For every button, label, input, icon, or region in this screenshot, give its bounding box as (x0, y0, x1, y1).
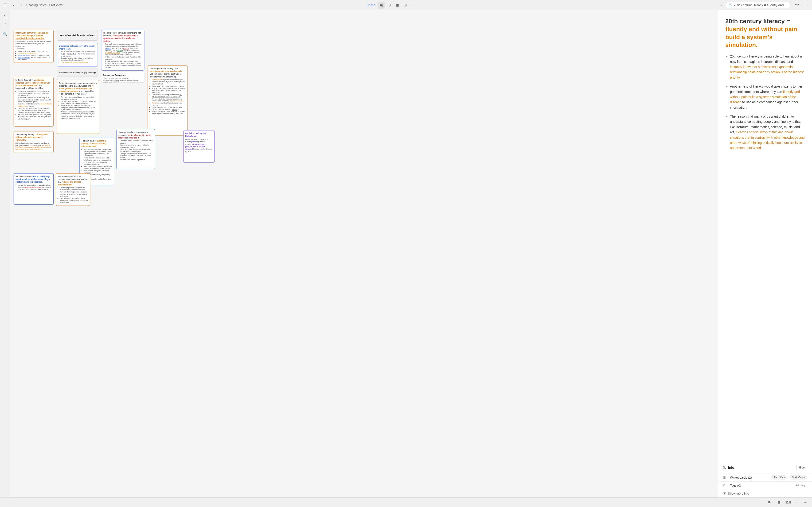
tags-label: Tags (0) (730, 484, 793, 487)
breadcrumb-separator: / (47, 3, 48, 7)
card-turtle-geometry[interactable]: In Turtle Geometry, a math idea becomes … (14, 77, 54, 126)
card-media-unthinkable[interactable]: Media for Thinking the Unthinkable: Inve… (183, 130, 214, 163)
right-panel: 20th century literacy = fluently and wit… (718, 10, 812, 497)
bullet-2-highlight: fluently and without pain build a system… (730, 90, 800, 104)
info-button[interactable]: Info (791, 2, 802, 8)
bullet-item-3: The reason that many of us want children… (730, 114, 805, 151)
canvas-area[interactable]: Information software design can be seen … (10, 10, 718, 497)
card-20th-century-mini[interactable]: 20th century literacy = fluently and wit… (14, 131, 54, 153)
show-more-label: Show more info (728, 492, 749, 495)
view-calendar-button[interactable]: ▦ (394, 2, 401, 9)
alan-kay-tag[interactable]: Alan Kay (771, 475, 787, 480)
bullet-item-2: Another kind of literacy would take citi… (730, 84, 805, 110)
view-panel-button[interactable]: ▣ (377, 2, 385, 9)
card-info-software-serves[interactable]: Information software serves the human ur… (57, 43, 98, 66)
whiteboard-icon: ⊞ (723, 475, 728, 479)
main-area: ↖ / 🔍 Information software design can be… (0, 10, 812, 497)
card-info-software-design[interactable]: Information software design can be seen … (14, 30, 54, 63)
card-right-way[interactable]: The right way is to understand a system … (116, 129, 155, 169)
more-options-button[interactable]: ··· (803, 2, 810, 8)
bullet-1-highlight: instantly know that a disastrous exponen… (730, 65, 804, 79)
show-more-info[interactable]: ⓘ Show more info (718, 489, 812, 497)
info-panel-header: ⓘ Info Hide (718, 462, 812, 473)
nav-back[interactable]: ‹ (10, 2, 17, 8)
breadcrumb-reading-notes[interactable]: Reading Notes (26, 3, 47, 7)
whiteboards-label: Whiteboards (2) (730, 476, 769, 479)
topbar-left: ☰ ‹ › Reading Notes / Bret Victor (2, 2, 63, 8)
canvas-inner: Information software design can be seen … (10, 10, 218, 218)
sidebar-tools: ↖ / 🔍 (0, 10, 10, 497)
hide-button[interactable]: Hide (796, 465, 807, 470)
share-button[interactable]: Share (364, 2, 377, 9)
info-circle-icon: ⓘ (723, 465, 726, 470)
add-tag-label[interactable]: Add tag... (795, 484, 807, 487)
title-line2: fluently and without painbuild a system'… (725, 25, 797, 49)
zoom-out-button[interactable]: − (803, 500, 808, 505)
canvas-scroll[interactable]: Information software design can be seen … (10, 10, 718, 497)
topbar-center: Share ▣ ⬡ ▦ ⊞ ⋯ (65, 2, 715, 9)
search-tool[interactable]: 🔍 (2, 31, 9, 38)
doc-icon: 📄 (728, 3, 732, 7)
topbar-right: ⤡ 📄 20th century literacy = fluently and… (717, 2, 810, 9)
grid-icon[interactable]: ⊞ (776, 499, 782, 506)
doc-title: 20th century literacy = fluently and ... (734, 3, 787, 7)
bottom-bar: 👁 ⊞ 32% + − (0, 497, 812, 507)
right-content: 20th century literacy = fluently and wit… (718, 10, 812, 462)
sidebar-toggle[interactable]: ☰ (2, 2, 9, 8)
bret-victor-tag[interactable]: Bret Victor (790, 475, 807, 480)
tags-row: # Tags (0) Add tag... (718, 482, 812, 489)
tags-icon: # (723, 484, 728, 487)
nav-forward[interactable]: › (18, 2, 25, 8)
card-learning-happens[interactable]: Learning happens through the improvement… (148, 65, 188, 136)
info-panel: ⓘ Info Hide ⊞ Whiteboards (2) Alan Kay B… (718, 462, 812, 497)
main-title: 20th century literacy = fluently and wit… (725, 17, 805, 49)
topbar-tools: ▣ ⬡ ▦ ⊞ ⋯ (377, 2, 417, 9)
circle-icon: ⓘ (723, 491, 726, 496)
card-science-engineering[interactable]: Science and Engineering Science = Unders… (101, 72, 144, 82)
card-we-need-to-teach[interactable]: We need to teach how to package up trans… (14, 173, 54, 205)
zoom-in-button[interactable]: + (794, 500, 800, 505)
bullet-item-1: 20th century literacy is being able to h… (730, 54, 805, 80)
view-grid-button[interactable]: ⊞ (402, 2, 409, 9)
view-layer-button[interactable]: ⬡ (386, 2, 393, 9)
card-purpose-computing[interactable]: The purpose of computing is insight, not… (101, 30, 144, 71)
title-line1: 20th century literacy = (725, 17, 790, 25)
card-extremely-difficult[interactable]: It is extremely difficult for children t… (56, 173, 90, 206)
topbar: ☰ ‹ › Reading Notes / Bret Victor Share … (0, 0, 812, 10)
cursor-tool[interactable]: ↖ (2, 13, 9, 20)
info-header-left: ⓘ Info (723, 465, 734, 470)
card-graphic-design[interactable]: Information software design is graphic d… (57, 68, 98, 77)
eye-icon[interactable]: 👁 (766, 499, 773, 506)
breadcrumb: Reading Notes / Bret Victor (26, 3, 63, 7)
zoom-level: 32% (785, 501, 791, 504)
bullet-list: 20th century literacy is being able to h… (725, 54, 805, 151)
whiteboards-row: ⊞ Whiteboards (2) Alan Kay Bret Victor (718, 473, 812, 482)
card-most-software[interactable]: Most software is information software. (57, 30, 98, 41)
card-generate-poetry[interactable]: To get the computer to generate poetry, … (57, 80, 99, 134)
bullet-3-highlight: it carries special ways of thinking abou… (730, 130, 805, 150)
collapse-button[interactable]: ⤡ (717, 2, 724, 9)
doc-title-bar: 📄 20th century literacy = fluently and .… (726, 2, 790, 8)
pen-tool[interactable]: / (2, 21, 9, 29)
expand-more-button[interactable]: ⋯ (410, 2, 417, 9)
info-panel-title: Info (728, 466, 734, 469)
breadcrumb-bret-victor[interactable]: Bret Victor (49, 3, 63, 7)
